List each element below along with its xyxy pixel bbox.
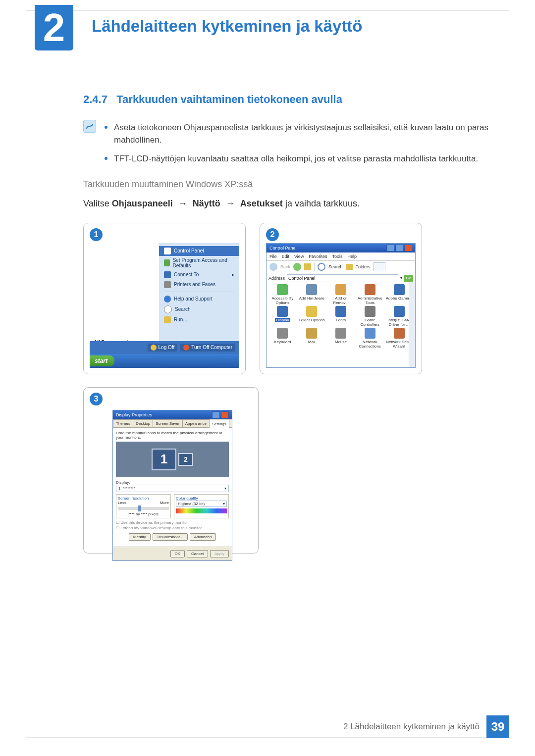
path-step-2: Näyttö — [193, 199, 220, 208]
monitor-arrangement: 1 2 — [116, 442, 229, 477]
arrow-icon: → — [223, 199, 238, 208]
chk-extend: ☐ Extend my Windows desktop onto this mo… — [116, 526, 229, 530]
advanced-button: Advanced — [190, 533, 216, 541]
forward-icon — [293, 263, 301, 271]
cp-menubar: FileEditViewFavoritesToolsHelp — [267, 252, 415, 261]
color-quality-select: Highest (32 bit)▾ — [176, 501, 227, 507]
footer-chapter-ref: 2 Lähdelaitteen kytkeminen ja käyttö — [343, 722, 480, 732]
note-body: Aseta tietokoneen Ohjauspaneelista tarkk… — [105, 120, 500, 170]
cp-icon: Mail — [298, 328, 326, 349]
start-button: start — [90, 355, 114, 366]
start-item-help: Help and Support — [159, 294, 239, 304]
note-bullet-2: TFT-LCD-näyttöjen kuvanlaatu saattaa oll… — [114, 151, 500, 165]
cp-icon: Add or Remov... — [327, 284, 355, 305]
header-rule — [26, 10, 509, 11]
screenshot-badge: 1 — [90, 228, 103, 241]
start-item-connect-to: Connect To▸ — [159, 270, 239, 280]
color-quality-group: Color quality Highest (32 bit)▾ — [174, 494, 229, 518]
dp-titlebar: Display Properties — [113, 410, 232, 419]
section-heading: 2.4.7 Tarkkuuden vaihtaminen tietokoneen… — [83, 93, 500, 106]
maximize-icon — [395, 245, 403, 252]
scrollbar — [409, 282, 415, 367]
display-properties-mock: Display Properties ThemesDesktopScreen S… — [112, 410, 232, 561]
tab-settings: Settings — [209, 420, 229, 428]
cp-icon: Administrative Tools — [356, 284, 384, 305]
help-icon — [212, 411, 220, 418]
control-panel-mock: Control Panel FileEditViewFavoritesTools… — [266, 243, 416, 368]
note-icon — [83, 120, 96, 133]
start-item-set-program: Set Program Access and Defaults — [159, 256, 239, 270]
note-bullet-1: Aseta tietokoneen Ohjauspaneelista tarkk… — [114, 120, 500, 146]
cp-toolbar: Back Search Folders — [267, 261, 415, 273]
monitor-1: 1 — [152, 449, 176, 470]
dp-hint: Drag the monitor icons to match the phys… — [116, 431, 229, 440]
cp-icon: Network Connections — [356, 328, 384, 349]
display-select: 1. ********▾ — [116, 485, 229, 492]
search-icon — [318, 263, 325, 271]
views-icon — [374, 262, 385, 271]
arrow-icon: → — [175, 199, 190, 208]
page-number: 39 — [486, 715, 509, 738]
chapter-number-badge: 2 — [35, 5, 73, 50]
cp-icon: Mouse — [327, 328, 355, 349]
sub-heading: Tarkkuuden muuttaminen Windows XP:ssä — [83, 179, 500, 190]
cp-icon: Fonts — [327, 306, 355, 327]
log-off-button: Log Off — [148, 344, 178, 352]
close-icon — [404, 245, 412, 252]
apply-button: Apply — [210, 550, 229, 557]
turn-off-button: Turn Off Computer — [180, 344, 235, 352]
cp-icon: Display — [268, 306, 297, 327]
screen-resolution-group: Screen resolution LessMore **** by **** … — [116, 494, 171, 518]
cp-icon: Game Controllers — [356, 306, 384, 327]
identify-button: Identify — [129, 533, 151, 541]
address-input — [287, 274, 398, 282]
display-label: Display: — [116, 480, 229, 485]
path-step-1: Ohjauspaneeli — [112, 199, 173, 208]
color-bar — [176, 508, 227, 513]
start-item-search: Search — [159, 304, 239, 315]
monitor-2: 2 — [178, 453, 193, 466]
cp-icon: Keyboard — [268, 328, 297, 349]
navigation-path: Valitse Ohjauspaneeli → Näyttö → Asetuks… — [83, 199, 500, 209]
cp-icon: Accessibility Options — [268, 284, 297, 305]
section-title: Tarkkuuden vaihtaminen tietokoneen avull… — [116, 93, 342, 105]
start-item-run: Run... — [159, 315, 239, 325]
path-step-3: Asetukset — [240, 199, 283, 208]
start-menu-mock: Control Panel Set Program Access and Def… — [90, 243, 239, 368]
go-button: Go — [404, 275, 413, 282]
dp-tabs: ThemesDesktopScreen SaverAppearanceSetti… — [113, 419, 232, 428]
cp-icon: Folder Options — [298, 306, 326, 327]
path-prefix: Valitse — [83, 199, 112, 208]
path-suffix: ja vaihda tarkkuus. — [285, 199, 360, 208]
troubleshoot-button: Troubleshoot... — [153, 533, 188, 541]
screenshot-1: 1 Control Panel Set Program Access and D… — [83, 223, 246, 374]
start-item-control-panel: Control Panel — [159, 246, 239, 256]
minimize-icon — [386, 245, 394, 252]
cancel-button: Cancel — [187, 550, 208, 557]
folders-icon — [346, 264, 353, 270]
cp-icon: Add Hardware — [298, 284, 326, 305]
cp-titlebar: Control Panel — [267, 244, 415, 252]
start-item-printers: Printers and Faxes — [159, 280, 239, 290]
ok-button: OK — [170, 550, 185, 557]
screenshot-2: 2 Control Panel FileEditViewFavoritesToo… — [260, 223, 422, 374]
resolution-slider — [118, 507, 169, 510]
back-icon — [269, 263, 277, 271]
up-icon — [304, 263, 311, 270]
section-number: 2.4.7 — [83, 93, 107, 105]
screenshot-badge: 2 — [266, 228, 279, 241]
screenshot-3: 3 Display Properties ThemesDesktopScreen… — [83, 387, 259, 554]
screenshot-badge: 3 — [90, 393, 103, 405]
chk-primary: ☐ Use this device as the primary monitor… — [116, 520, 229, 525]
close-icon — [221, 411, 229, 418]
chapter-title: Lähdelaitteen kytkeminen ja käyttö — [92, 17, 363, 36]
